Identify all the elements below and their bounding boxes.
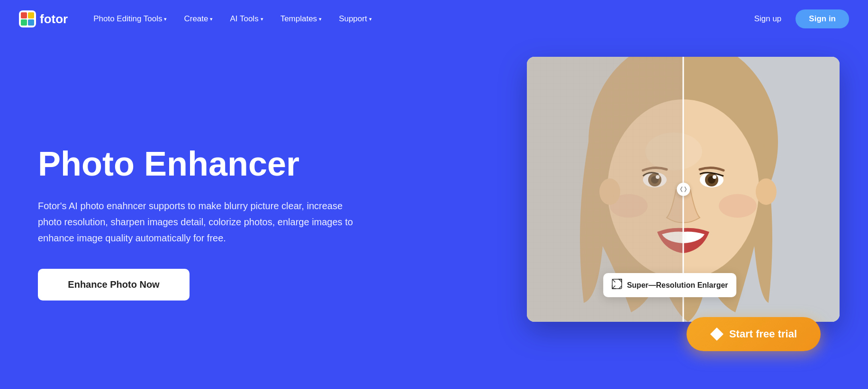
chevron-down-icon: ▾ [319,16,322,22]
nav-ai-tools[interactable]: AI Tools ▾ [223,10,270,27]
divider-handle [677,183,690,196]
before-after-image-card: Super—Resolution Enlarger [527,57,840,322]
enlarge-icon [612,279,622,292]
chevron-down-icon: ▾ [164,16,167,22]
chevron-down-icon: ▾ [261,16,263,22]
super-resolution-badge: Super—Resolution Enlarger [603,273,736,297]
diamond-icon [710,327,723,341]
nav-photo-editing-tools[interactable]: Photo Editing Tools ▾ [87,10,173,27]
nav-support[interactable]: Support ▾ [332,10,379,27]
brand-name: fotor [40,12,68,27]
enhance-photo-button[interactable]: Enhance Photo Now [38,269,190,301]
svg-rect-1 [21,12,27,18]
fotor-logo-icon [19,10,36,27]
super-resolution-label: Super—Resolution Enlarger [627,281,728,290]
nav-templates[interactable]: Templates ▾ [274,10,328,27]
svg-point-21 [756,178,777,205]
nav-create[interactable]: Create ▾ [177,10,219,27]
hero-image-area: Super—Resolution Enlarger Start free tri… [517,57,840,370]
chevron-down-icon: ▾ [369,16,372,22]
logo-link[interactable]: fotor [19,10,68,27]
signup-button[interactable]: Sign up [748,10,788,27]
svg-point-19 [719,194,757,218]
hero-title: Photo Enhancer [38,145,489,183]
hero-description: Fotor's AI photo enahncer supports to ma… [38,198,360,246]
nav-links: Photo Editing Tools ▾ Create ▾ AI Tools … [87,10,747,27]
free-trial-label: Start free trial [729,328,797,340]
svg-rect-2 [28,12,34,18]
hero-content: Photo Enhancer Fotor's AI photo enahncer… [38,57,517,370]
free-trial-button[interactable]: Start free trial [687,317,821,351]
nav-auth: Sign up Sign in [748,9,849,28]
hero-section: Photo Enhancer Fotor's AI photo enahncer… [0,38,868,389]
svg-rect-3 [21,19,27,26]
svg-point-17 [713,175,716,179]
signin-button[interactable]: Sign in [796,9,849,28]
navbar: fotor Photo Editing Tools ▾ Create ▾ AI … [0,0,868,38]
svg-rect-4 [28,19,34,26]
chevron-down-icon: ▾ [210,16,213,22]
